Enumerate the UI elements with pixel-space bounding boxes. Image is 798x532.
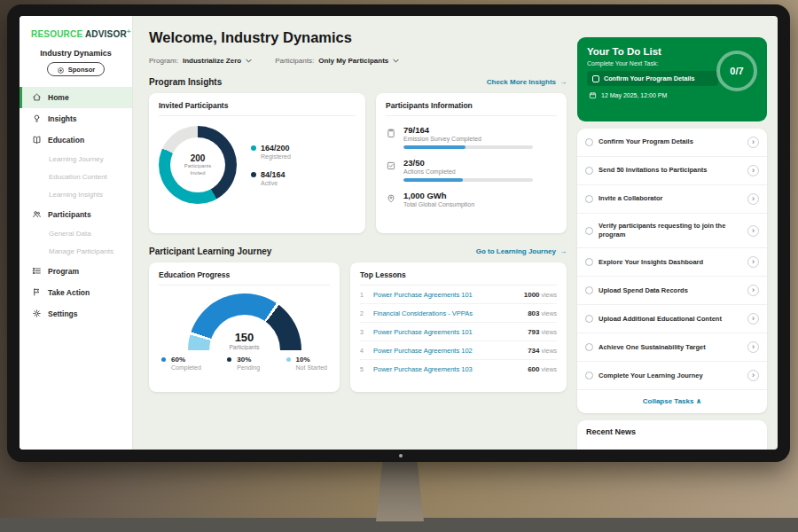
lesson-link[interactable]: Power Purchase Agreements 101: [373, 328, 521, 336]
sidebar-item-manage-participants[interactable]: Manage Participants: [20, 243, 132, 261]
checkbox-icon[interactable]: [585, 258, 593, 266]
caret-up-icon: ∧: [696, 397, 702, 405]
list-icon: [32, 266, 42, 276]
task-row-confirm-program[interactable]: Confirm Your Program Details ›: [577, 129, 767, 157]
task-row-complete-learning-journey[interactable]: Complete Your Learning Journey ›: [577, 362, 767, 390]
checkbox-icon[interactable]: [592, 75, 599, 82]
sidebar-item-learning-insights[interactable]: Learning Insights: [20, 186, 132, 204]
chevron-right-icon[interactable]: ›: [747, 285, 759, 296]
task-label: Upload Spend Data Records: [598, 286, 742, 295]
task-row-upload-spend-data[interactable]: Upload Spend Data Records ›: [577, 277, 767, 305]
due-date-text: 12 May 2025, 12:00 PM: [601, 92, 667, 98]
donut-center-value: 200: [191, 153, 206, 163]
sidebar-item-home[interactable]: Home: [20, 87, 132, 108]
program-select[interactable]: Program: Industrialize Zero: [149, 57, 252, 65]
legend-item-registered: 164/200 Registered: [251, 144, 291, 160]
go-to-learning-journey-link[interactable]: Go to Learning Journey →: [476, 247, 567, 255]
learning-journey-title: Participant Learning Journey: [149, 246, 271, 256]
sidebar-item-education-content[interactable]: Education Content: [20, 168, 132, 186]
check-more-insights-link[interactable]: Check More Insights →: [487, 78, 567, 86]
task-row-achieve-target[interactable]: Achieve One Sustainability Target ›: [577, 333, 767, 362]
sidebar-item-label: Learning Insights: [49, 191, 103, 199]
participants-select-label: Participants:: [275, 57, 314, 65]
todo-next-task[interactable]: Confirm Your Program Details: [587, 71, 718, 86]
program-select-label: Program:: [149, 57, 178, 65]
actions-progress-bar: [403, 178, 533, 182]
task-label: Upload Additional Educational Content: [598, 315, 742, 324]
sidebar-item-label: Education Content: [49, 173, 107, 181]
education-gauge-chart: 150 Participants: [188, 293, 301, 350]
sidebar-item-take-action[interactable]: Take Action: [20, 282, 132, 303]
lesson-link[interactable]: Power Purchase Agreements 102: [373, 347, 521, 355]
participants-select[interactable]: Participants: Only My Participants: [275, 57, 399, 65]
collapse-label: Collapse Tasks: [643, 397, 694, 405]
todo-summary-card: Your To Do List Complete Your Next Task:…: [577, 37, 767, 121]
lessons-card-title: Top Lessons: [360, 270, 557, 286]
checkbox-icon[interactable]: [585, 167, 593, 175]
teal-dot-icon: [251, 145, 256, 151]
task-label: Confirm Your Program Details: [598, 137, 742, 146]
gear-icon: [32, 309, 42, 318]
logo-plus: +: [127, 27, 131, 35]
sidebar-item-label: Settings: [48, 309, 78, 318]
dashboard-screen: RESOURCE ADVISOR+ Industry Dynamics Spon…: [20, 16, 778, 450]
checkbox-icon[interactable]: [585, 138, 593, 146]
legend-label: Active: [261, 180, 291, 186]
monitor-bezel: RESOURCE ADVISOR+ Industry Dynamics Spon…: [7, 4, 790, 462]
power-led: [399, 454, 403, 458]
chevron-right-icon[interactable]: ›: [747, 193, 759, 205]
lesson-link[interactable]: Power Purchase Agreements 103: [373, 365, 521, 373]
legend-label: Not Started: [296, 364, 327, 371]
checkbox-icon[interactable]: [585, 227, 593, 235]
info-row-consumption: 1,000 GWh Total Global Consumption: [386, 191, 557, 207]
task-row-invite-collaborator[interactable]: Invite a Collaborator ›: [577, 185, 767, 214]
chevron-right-icon[interactable]: ›: [747, 256, 759, 268]
task-row-send-invitations[interactable]: Send 50 Invitations to Participants ›: [577, 157, 767, 185]
info-value: 1,000 GWh: [403, 191, 474, 200]
education-card-title: Education Progress: [159, 270, 330, 286]
task-list-card: Confirm Your Program Details › Send 50 I…: [577, 129, 767, 413]
task-row-verify-participants[interactable]: Verify participants requesting to join t…: [577, 214, 767, 248]
sidebar-item-education[interactable]: Education: [20, 129, 132, 151]
sponsor-badge[interactable]: Sponsor: [47, 62, 105, 76]
sidebar-item-program[interactable]: Program: [20, 261, 132, 282]
task-label: Complete Your Learning Journey: [598, 372, 742, 380]
checkbox-icon[interactable]: [585, 343, 593, 351]
checkbox-icon[interactable]: [585, 195, 593, 203]
lesson-link[interactable]: Power Purchase Agreements 101: [373, 291, 518, 299]
lesson-link[interactable]: Financial Considerations - VPPAs: [373, 309, 521, 317]
checkbox-icon[interactable]: [585, 286, 593, 294]
legend-item-completed: 60% Completed: [161, 356, 201, 371]
legend-value: 10%: [296, 356, 327, 364]
sidebar-item-settings[interactable]: Settings: [20, 303, 132, 325]
education-legend: 60% Completed 30% Pending 10% Not Starte…: [159, 356, 330, 371]
lesson-row: 1 Power Purchase Agreements 101 1000 vie…: [360, 286, 557, 304]
chevron-right-icon[interactable]: ›: [747, 341, 759, 353]
task-row-upload-educational-content[interactable]: Upload Additional Educational Content ›: [577, 305, 767, 333]
checkbox-icon[interactable]: [585, 372, 593, 379]
chevron-right-icon[interactable]: ›: [747, 165, 759, 176]
collapse-tasks-link[interactable]: Collapse Tasks ∧: [577, 390, 767, 413]
invited-participants-card: Invited Participants 200 Participants In…: [149, 93, 365, 233]
sidebar-item-participants[interactable]: Participants: [20, 204, 132, 225]
flag-icon: [32, 287, 42, 297]
chevron-right-icon[interactable]: ›: [747, 370, 759, 381]
sidebar-item-learning-journey[interactable]: Learning Journey: [20, 151, 132, 168]
chevron-right-icon[interactable]: ›: [747, 313, 759, 325]
calendar-icon: [589, 91, 597, 99]
chevron-right-icon[interactable]: ›: [747, 137, 759, 148]
checkbox-icon[interactable]: [585, 315, 593, 323]
legend-label: Pending: [237, 364, 260, 371]
sidebar-item-insights[interactable]: Insights: [20, 108, 132, 129]
people-icon: [32, 209, 42, 219]
task-label: Explore Your Insights Dashboard: [598, 258, 742, 267]
arrow-right-icon: →: [559, 247, 567, 255]
gauge-center-label: Participants: [188, 344, 301, 350]
task-row-explore-insights[interactable]: Explore Your Insights Dashboard ›: [577, 248, 767, 277]
location-pin-icon: [386, 192, 396, 202]
org-name: Industry Dynamics: [20, 49, 132, 58]
emission-progress-bar: [403, 145, 533, 149]
chevron-right-icon[interactable]: ›: [747, 225, 759, 237]
sidebar-item-label: Participants: [48, 210, 91, 219]
sidebar-item-general-data[interactable]: General Data: [20, 225, 132, 243]
